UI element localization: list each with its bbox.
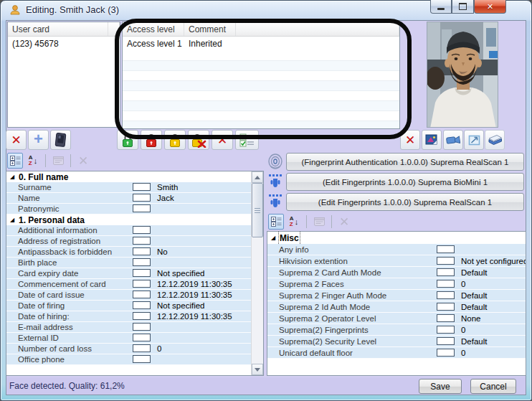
user-card-list-header[interactable]: User card	[8, 22, 120, 37]
property-checkbox[interactable]	[133, 291, 151, 298]
delete-access-button[interactable]: ✕	[212, 130, 233, 150]
property-row[interactable]: Date of firingNot specified	[6, 301, 251, 311]
property-checkbox[interactable]	[133, 269, 151, 277]
fingerprint-auth-button[interactable]: (Fingerprint Authentication 1.0.0.0) Sup…	[286, 153, 524, 171]
property-checkbox[interactable]	[133, 323, 151, 331]
property-row[interactable]: Date of card issue12.12.2019 11:30:35	[6, 290, 251, 301]
property-row[interactable]: NameJack	[6, 193, 251, 204]
comment-column-header[interactable]: Comment	[184, 22, 236, 36]
property-checkbox[interactable]	[437, 303, 455, 311]
capture-camera-button[interactable]	[443, 130, 463, 150]
property-checkbox[interactable]	[133, 247, 151, 255]
comment-cell[interactable]: Inherited	[184, 39, 236, 49]
card-reader-button[interactable]	[50, 130, 71, 150]
property-row[interactable]: Address of registration	[6, 236, 251, 247]
property-row[interactable]: Antipassback is forbiddenNo	[6, 247, 251, 258]
property-checkbox[interactable]	[437, 314, 455, 322]
property-checkbox[interactable]	[133, 280, 151, 288]
cancel-button[interactable]: Cancel	[470, 379, 516, 394]
property-row[interactable]: Birth place	[6, 258, 251, 268]
lock-access-button[interactable]	[141, 130, 162, 150]
property-row[interactable]: Patronymic	[6, 204, 251, 214]
property-row[interactable]: Suprema 2 Operator LevelNone	[267, 313, 526, 324]
access-levels-list-button[interactable]	[235, 130, 259, 150]
property-row[interactable]: Office phone	[6, 354, 251, 365]
property-checkbox[interactable]	[133, 301, 151, 309]
scrollbar-thumb[interactable]	[252, 183, 263, 237]
load-photo-button[interactable]	[422, 130, 442, 150]
save-button[interactable]: Save	[419, 379, 462, 394]
add-card-button[interactable]: +	[28, 130, 49, 150]
unlock-access-button[interactable]	[117, 130, 138, 150]
user-card-row[interactable]: (123) 45678	[8, 37, 120, 51]
maximize-button[interactable]	[452, 0, 474, 14]
close-button[interactable]: ✕	[474, 0, 506, 14]
alphabetical-sort-button[interactable]: AZ ↓	[286, 214, 302, 230]
property-checkbox[interactable]	[437, 245, 455, 253]
crop-photo-button[interactable]	[464, 130, 484, 150]
access-level-table[interactable]: Access level Comment Access level 1 Inhe…	[122, 22, 400, 129]
property-row[interactable]: Additional information	[6, 225, 251, 236]
categorized-view-button[interactable]	[268, 214, 284, 230]
scan-photo-button[interactable]	[485, 130, 505, 150]
property-checkbox[interactable]	[437, 257, 455, 265]
property-row[interactable]: Suprema 2 Id Auth ModeDefault	[267, 301, 526, 313]
property-checkbox[interactable]	[437, 291, 455, 299]
collapse-triangle-icon[interactable]: ◢	[10, 217, 14, 223]
edit-fingerprints-biomini-button[interactable]: (Edit Fingerprints 1.0.0.0) Suprema BioM…	[286, 173, 524, 191]
property-checkbox[interactable]	[133, 226, 151, 234]
property-checkbox[interactable]	[133, 183, 151, 191]
alphabetical-sort-button[interactable]: AZ ↓	[25, 153, 41, 169]
property-checkbox[interactable]	[133, 258, 151, 266]
category-row[interactable]: ◢0. Full name	[6, 171, 251, 182]
edit-fingerprints-realscan-button[interactable]: (Edit Fingerprints 1.0.0.0) Suprema Real…	[286, 193, 524, 211]
property-checkbox[interactable]	[133, 334, 151, 341]
property-row[interactable]: Number of card loss0	[6, 344, 251, 354]
property-row[interactable]: SurnameSmith	[6, 182, 251, 193]
category-row[interactable]: ◢Misc	[267, 232, 526, 244]
property-checkbox[interactable]	[437, 349, 455, 357]
scroll-up-button[interactable]	[252, 171, 263, 183]
collapse-triangle-icon[interactable]: ◢	[10, 174, 14, 180]
scroll-down-button[interactable]	[252, 364, 263, 375]
property-row[interactable]: Suprema 2 Faces0	[267, 278, 526, 290]
categorized-view-button[interactable]	[7, 153, 23, 169]
vertical-scrollbar[interactable]	[251, 171, 263, 375]
access-level-row[interactable]: Access level 1 Inherited	[123, 37, 399, 51]
property-checkbox[interactable]	[133, 204, 151, 212]
property-row[interactable]: Hikvision extentionNot yet configured	[267, 255, 526, 267]
property-row[interactable]: Unicard default floor0	[267, 347, 526, 359]
property-row[interactable]: Suprema 2 Finger Auth ModeDefault	[267, 290, 526, 301]
property-row[interactable]: Commencement of card12.12.2019 11:30:35	[6, 279, 251, 290]
access-level-column-header[interactable]: Access level	[123, 22, 184, 36]
property-checkbox[interactable]	[133, 194, 151, 202]
property-checkbox[interactable]	[437, 337, 455, 345]
titlebar[interactable]: Editing. Smith Jack (3) ✕	[0, 0, 532, 20]
property-row[interactable]: E-mail address	[6, 322, 251, 333]
delete-photo-button[interactable]: ✕	[400, 130, 420, 150]
access-level-cell[interactable]: Access level 1	[123, 39, 184, 49]
access-table-header[interactable]: Access level Comment	[123, 22, 399, 37]
property-checkbox[interactable]	[133, 237, 151, 245]
cancel-temp-lock-button[interactable]	[188, 130, 209, 150]
property-row[interactable]: Suprema(2) Security LevelDefault	[267, 336, 526, 347]
property-checkbox[interactable]	[133, 344, 151, 352]
property-checkbox[interactable]	[133, 355, 151, 363]
property-row[interactable]: Any info	[267, 244, 526, 255]
minimize-button[interactable]	[430, 0, 452, 14]
category-row[interactable]: ◢1. Personal data	[6, 214, 251, 225]
property-checkbox[interactable]	[437, 268, 455, 276]
temp-lock-button[interactable]	[164, 130, 186, 150]
property-checkbox[interactable]	[437, 326, 455, 334]
person-properties-grid[interactable]: ◢0. Full name SurnameSmith NameJack Patr…	[6, 171, 264, 376]
property-checkbox[interactable]	[133, 312, 151, 320]
user-card-column-header[interactable]: User card	[8, 22, 108, 36]
delete-card-button[interactable]: ✕	[6, 130, 27, 150]
property-row[interactable]: Date of hiring:12.12.2019 11:30:35	[6, 311, 251, 322]
misc-properties-grid[interactable]: ◢Misc Any info Hikvision extentionNot ye…	[267, 231, 526, 376]
property-row[interactable]: Card expiry dateNot specified	[6, 268, 251, 279]
property-row[interactable]: Suprema(2) Fingerprints0	[267, 324, 526, 336]
user-card-number[interactable]: (123) 45678	[8, 39, 59, 49]
property-checkbox[interactable]	[437, 280, 455, 288]
collapse-triangle-icon[interactable]: ◢	[271, 235, 275, 241]
